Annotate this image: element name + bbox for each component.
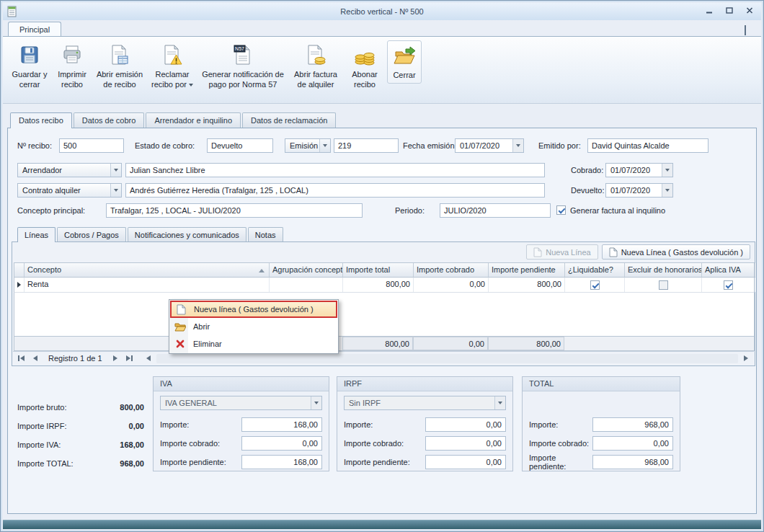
aplica-iva-checkbox[interactable]	[724, 280, 733, 290]
generar-factura-checkbox[interactable]	[556, 205, 566, 215]
devuelto-label: Devuelto:	[571, 183, 604, 198]
estado-cobro-input[interactable]: Devuelto	[207, 138, 273, 153]
norma57-notification-button[interactable]: N57 Generar notificación de pago por Nor…	[199, 40, 287, 93]
norma57-label: Generar notificación de pago por Norma 5…	[202, 70, 284, 89]
emitido-por-label: Emitido por:	[538, 138, 581, 153]
nav-next-button[interactable]	[110, 353, 121, 363]
scroll-right-button[interactable]	[740, 353, 752, 363]
devuelto-date-input[interactable]: 01/07/2020	[605, 183, 673, 198]
irpf-importe-label: Importe:	[344, 420, 373, 429]
contrato-alquiler-combo[interactable]: Contrato alquiler	[17, 183, 122, 198]
chevron-down-icon	[494, 396, 505, 409]
tab-notas[interactable]: Notas	[248, 227, 283, 241]
irpf-pendiente-value[interactable]: 0,00	[425, 455, 506, 469]
cell-concepto[interactable]: Renta	[25, 278, 270, 292]
tab-lineas[interactable]: Líneas	[17, 227, 55, 242]
context-menu-label: Eliminar	[193, 340, 222, 348]
context-menu-item-eliminar[interactable]: Eliminar	[170, 335, 337, 353]
iva-cobrado-value[interactable]: 0,00	[241, 436, 322, 451]
window-title: Recibo vertical - Nº 500	[3, 7, 761, 16]
tab-datos-reclamacion[interactable]: Datos de reclamación	[242, 112, 336, 128]
credit-receipt-label: Abonar recibo	[352, 70, 377, 89]
contrato-alquiler-input[interactable]: Andrés Gutiérrez Heredia (Trafalgar, 125…	[125, 183, 545, 198]
emision-number-input[interactable]: 219	[334, 138, 399, 153]
arrendador-combo[interactable]: Arrendador	[17, 163, 122, 177]
irpf-type-combo[interactable]: Sin IRPF	[344, 396, 506, 410]
reclaim-receipt-button[interactable]: Reclamar recibo por	[148, 40, 197, 93]
cell-agrupacion[interactable]	[270, 278, 343, 292]
norma57-document-icon: N57	[231, 43, 254, 66]
cerrar-label: Cerrar	[393, 71, 415, 79]
tab-datos-de-cobro[interactable]: Datos de cobro	[74, 112, 145, 128]
importe-bruto-value: 800,00	[120, 403, 144, 412]
save-close-button[interactable]: Guardar y cerrar	[9, 40, 50, 93]
inner-tab-strip: Líneas Cobros / Pagos Notificaciones y c…	[12, 227, 283, 241]
cell-importe-cobrado[interactable]: 0,00	[414, 278, 489, 292]
concepto-principal-input[interactable]: Trafalgar, 125 , LOCAL - JULIO/2020	[106, 203, 363, 218]
close-button[interactable]	[745, 6, 754, 14]
total-pendiente-value[interactable]: 968,00	[592, 455, 673, 469]
tab-datos-recibo[interactable]: Datos recibo	[10, 112, 72, 128]
column-header-importe-cobrado[interactable]: Importe cobrado	[414, 263, 489, 277]
tab-cobros-pagos[interactable]: Cobros / Pagos	[57, 227, 126, 241]
cell-liquidable	[565, 278, 625, 292]
column-header-importe-total[interactable]: Importe total	[343, 263, 414, 277]
column-header-aplica-iva[interactable]: Aplica IVA	[702, 263, 755, 277]
nav-prev-button[interactable]	[30, 353, 41, 363]
tab-arrendador-inquilino[interactable]: Arrendador e inquilino	[146, 112, 241, 128]
open-folder-icon	[172, 322, 188, 332]
new-line-button[interactable]: Nueva Línea	[526, 244, 598, 260]
emision-combo[interactable]: Emisión	[285, 138, 331, 153]
importe-total-row: Importe TOTAL: 968,00	[17, 457, 144, 470]
column-header-liquidable[interactable]: ¿Liquidable?	[565, 263, 625, 277]
column-header-concepto[interactable]: Concepto	[25, 263, 270, 277]
minimize-button[interactable]	[705, 6, 714, 14]
printer-icon	[61, 43, 84, 66]
total-importe-value[interactable]: 968,00	[592, 417, 673, 432]
grid-summary-row: 800,00 0,00 800,00	[14, 336, 755, 351]
cell-importe-total[interactable]: 800,00	[343, 278, 414, 292]
excluir-honorarios-checkbox[interactable]	[659, 280, 668, 290]
importe-iva-value: 168,00	[120, 440, 144, 449]
arrendador-input[interactable]: Julian Sanchez Llibre	[125, 163, 545, 177]
column-header-agrupacion[interactable]: Agrupación concepto	[270, 263, 343, 277]
iva-type-combo[interactable]: IVA GENERAL	[160, 396, 322, 410]
iva-importe-value[interactable]: 168,00	[241, 417, 322, 432]
emitido-por-input[interactable]: David Quintas Alcalde	[587, 138, 709, 153]
fecha-emision-input[interactable]: 01/07/2020	[455, 138, 524, 153]
iva-pendiente-value[interactable]: 168,00	[241, 455, 322, 469]
context-menu-item-abrir[interactable]: Abrir	[170, 318, 337, 335]
cell-importe-pendiente[interactable]: 800,00	[489, 278, 565, 292]
scroll-left-button[interactable]	[143, 353, 154, 363]
context-menu-item-nueva-linea[interactable]: Nueva línea ( Gastos devolución )	[170, 301, 337, 318]
column-header-excluir-honorarios[interactable]: Excluir de honorarios	[625, 263, 702, 277]
new-line-gastos-button[interactable]: Nueva Línea ( Gastos devolución )	[602, 244, 750, 260]
status-bar	[3, 520, 761, 529]
tab-notificaciones[interactable]: Notificaciones y comunicados	[128, 227, 246, 241]
nav-last-button[interactable]	[124, 353, 136, 363]
horizontal-scrollbar[interactable]	[143, 353, 752, 364]
credit-receipt-button[interactable]: Abonar recibo	[345, 40, 385, 93]
irpf-importe-value[interactable]: 0,00	[425, 417, 506, 432]
cobrado-date-input[interactable]: 01/07/2020	[605, 163, 673, 177]
main-tab-strip: Datos recibo Datos de cobro Arrendador e…	[7, 112, 757, 128]
nav-first-button[interactable]	[15, 353, 27, 363]
irpf-cobrado-value[interactable]: 0,00	[425, 436, 506, 451]
periodo-input[interactable]: JULIO/2020	[440, 203, 551, 218]
ribbon-collapse-button[interactable]	[745, 27, 751, 33]
table-row[interactable]: Renta 800,00 0,00 800,00	[14, 278, 755, 293]
summary-importe-cobrado: 0,00	[413, 337, 488, 350]
importe-irpf-value: 0,00	[129, 422, 144, 430]
maximize-button[interactable]	[725, 6, 734, 14]
liquidable-checkbox[interactable]	[590, 280, 600, 290]
open-emission-button[interactable]: Abrir emisión de recibo	[94, 40, 146, 93]
ribbon-tab-principal[interactable]: Principal	[8, 22, 61, 37]
open-invoice-button[interactable]: Abrir factura de alquiler	[289, 40, 342, 93]
print-receipt-button[interactable]: Imprimir recibo	[53, 40, 92, 93]
num-recibo-input[interactable]: 500	[59, 138, 124, 153]
scrollbar-track[interactable]	[156, 354, 738, 363]
cerrar-button[interactable]: Cerrar	[387, 40, 422, 84]
total-cobrado-value[interactable]: 0,00	[592, 436, 673, 451]
column-header-importe-pendiente[interactable]: Importe pendiente	[489, 263, 565, 277]
new-line-icon	[533, 247, 542, 257]
